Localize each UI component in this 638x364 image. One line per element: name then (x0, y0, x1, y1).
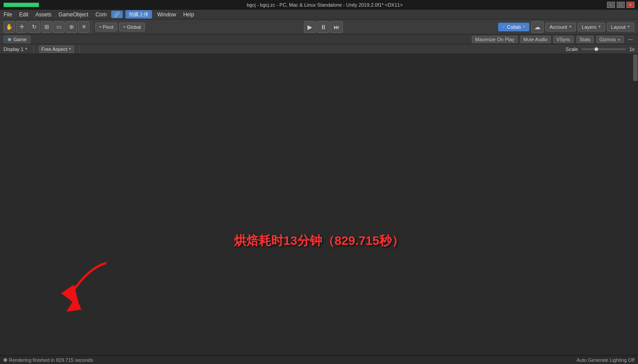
status-bar: Rendering finished in 829.715 seconds Au… (0, 355, 638, 364)
maximize-button[interactable]: □ (617, 2, 625, 8)
scrollbar-thumb (633, 54, 638, 81)
stats-button[interactable]: Stats (576, 36, 594, 43)
menu-edit[interactable]: Edit (16, 10, 32, 19)
gizmos-button[interactable]: Gizmos ▼ (596, 36, 624, 43)
play-button[interactable]: ▶ (304, 21, 316, 33)
panel-collapse-button[interactable]: ─ (626, 36, 634, 43)
layout-label: Layout (611, 24, 626, 30)
status-left: Rendering finished in 829.715 seconds (4, 357, 93, 363)
scene-canvas: 烘焙耗时13分钟（829.715秒） (0, 54, 638, 355)
aspect-selector[interactable]: Free Aspect ▼ (39, 46, 74, 53)
window-controls: ─ □ ✕ (607, 2, 634, 8)
progress-indicator (4, 3, 39, 7)
maximize-on-play-button[interactable]: Maximize On Play (472, 36, 517, 43)
scale-control: Scale 1x (566, 46, 634, 52)
custom-tool-button[interactable]: ✕ (78, 21, 89, 33)
pivot-label: Pivot (103, 24, 113, 30)
layers-label: Layers (582, 24, 596, 30)
collab-dropdown-button[interactable]: ✓ Collab ▼ (498, 23, 529, 31)
upload-button[interactable]: 拍摄上传 (125, 10, 152, 19)
cloud-icon: ☁ (534, 23, 541, 31)
aspect-label: Free Aspect (41, 46, 67, 52)
close-button[interactable]: ✕ (626, 2, 634, 8)
menu-window[interactable]: Window (154, 10, 180, 19)
window-title: bgcj - bgcj.zc - PC, Mac & Linux Standal… (43, 2, 607, 8)
vsync-button[interactable]: VSync (553, 36, 574, 43)
game-view-options: Maximize On Play Mute Audio VSync Stats … (472, 36, 634, 43)
scale-tool-button[interactable]: ⊞ (41, 21, 52, 33)
layers-dropdown-button[interactable]: Layers ▼ (578, 23, 605, 31)
pivot-group: Pivot Global (92, 23, 148, 31)
rendering-status-text: Rendering finished in 829.715 seconds (9, 357, 93, 363)
rect-tool-button[interactable]: ▭ (53, 21, 65, 33)
transform-tool-button[interactable]: ⊕ (66, 21, 77, 33)
scale-slider[interactable] (581, 48, 626, 50)
gizmos-label: Gizmos (599, 37, 616, 42)
step-button[interactable]: ⏭ (331, 21, 343, 33)
layout-dropdown-button[interactable]: Layout ▼ (607, 23, 634, 31)
sub-toolbar: Display 1 ▼ Free Aspect ▼ Scale 1x (0, 44, 638, 54)
minimize-button[interactable]: ─ (607, 2, 615, 8)
menu-gameobject[interactable]: GameObject (55, 10, 92, 19)
account-dropdown-button[interactable]: Account ▼ (545, 23, 576, 31)
game-tab-icon: ◉ (8, 37, 12, 42)
account-label: Account (549, 24, 567, 30)
title-bar: bgcj - bgcj.zc - PC, Mac & Linux Standal… (0, 0, 638, 10)
checkmark-icon: ✓ (502, 24, 506, 29)
global-label: Global (127, 24, 141, 30)
menu-assets[interactable]: Assets (32, 10, 55, 19)
move-tool-button[interactable]: ✛ (16, 21, 27, 33)
game-view: ◉ Game Maximize On Play Mute Audio VSync… (0, 35, 638, 355)
global-button[interactable]: Global (119, 23, 145, 31)
display-dropdown-arrow: ▼ (24, 47, 28, 51)
play-controls: ▶ ⏸ ⏭ (148, 21, 498, 33)
status-indicator (4, 358, 7, 362)
scale-slider-handle (595, 47, 598, 51)
menu-bar: File Edit Assets GameObject Com 🔗 拍摄上传 W… (0, 10, 638, 19)
gizmos-dropdown-arrow: ▼ (617, 38, 621, 42)
collab-icon-button[interactable]: 🔗 (111, 11, 123, 18)
scale-label: Scale (566, 46, 578, 52)
menu-component[interactable]: Com (92, 10, 110, 19)
auto-generate-status-text: Auto Generate Lighting Off (576, 357, 634, 363)
menu-file[interactable]: File (0, 10, 16, 19)
collab-label: Collab (507, 24, 521, 30)
scene-render (0, 54, 638, 355)
aspect-dropdown-arrow: ▼ (68, 47, 72, 51)
pivot-button[interactable]: Pivot (95, 23, 117, 31)
menu-help[interactable]: Help (179, 10, 198, 19)
toolbar: ✋ ✛ ↻ ⊞ ▭ ⊕ ✕ Pivot Global ▶ ⏸ ⏭ ✓ Colla… (0, 19, 638, 35)
scale-value: 1x (629, 46, 634, 52)
game-tab[interactable]: ◉ Game (4, 35, 31, 43)
rotate-tool-button[interactable]: ↻ (28, 21, 40, 33)
layout-dropdown-arrow: ▼ (627, 25, 630, 29)
pause-button[interactable]: ⏸ (317, 21, 330, 33)
collab-link-icon: 🔗 (114, 12, 120, 17)
game-tab-label: Game (13, 37, 27, 42)
right-controls: ✓ Collab ▼ ☁ Account ▼ Layers ▼ Layout ▼ (498, 21, 636, 33)
account-dropdown-arrow: ▼ (568, 25, 572, 29)
mute-audio-button[interactable]: Mute Audio (520, 36, 551, 43)
collab-dropdown-arrow: ▼ (522, 25, 526, 29)
layers-dropdown-arrow: ▼ (598, 25, 601, 29)
cloud-button[interactable]: ☁ (531, 21, 544, 33)
display-selector: Display 1 ▼ (4, 46, 28, 52)
transform-tools: ✋ ✛ ↻ ⊞ ▭ ⊕ ✕ (2, 19, 92, 34)
display-label: Display 1 (4, 46, 23, 52)
game-view-header: ◉ Game Maximize On Play Mute Audio VSync… (0, 35, 638, 44)
hand-tool-button[interactable]: ✋ (4, 21, 15, 33)
view-scrollbar[interactable] (633, 54, 638, 355)
